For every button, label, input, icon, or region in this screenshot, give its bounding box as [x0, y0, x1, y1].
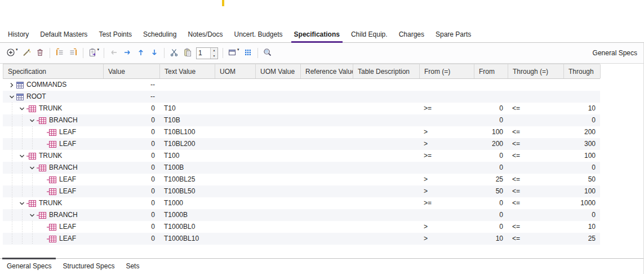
cell-uom-value[interactable] — [255, 150, 300, 162]
cell-value[interactable]: 0 — [103, 150, 159, 162]
cell-text-value[interactable]: T100BL50 — [159, 185, 215, 197]
cell-table-description[interactable] — [353, 91, 419, 103]
cell-from[interactable] — [419, 209, 474, 221]
cell-from[interactable]: 25 — [474, 174, 508, 185]
tab-specifications[interactable]: Specifications — [288, 28, 345, 42]
cell-through[interactable] — [508, 114, 563, 126]
cell-table-description[interactable] — [353, 162, 419, 174]
cell-through[interactable]: <= — [508, 138, 563, 150]
tab-scheduling[interactable]: Scheduling — [137, 28, 182, 42]
cell-reference-value[interactable] — [300, 197, 353, 209]
table-row[interactable]: TRUNK0T10>=0<=10 — [3, 103, 600, 114]
paste-special-button[interactable]: ▾ — [87, 46, 101, 60]
cell-specification[interactable]: LEAF — [3, 138, 103, 150]
cell-value[interactable]: 0 — [103, 197, 159, 209]
cell-through[interactable]: <= — [508, 126, 563, 138]
cell-value[interactable]: 0 — [103, 221, 159, 233]
tab-history[interactable]: History — [2, 28, 34, 42]
cell-uom[interactable] — [215, 79, 255, 91]
cell-table-description[interactable] — [353, 79, 419, 91]
layout-button[interactable]: ▾ — [226, 46, 241, 60]
cell-table-description[interactable] — [353, 126, 419, 138]
table-row[interactable]: LEAF0T10BL200>200<=300 — [3, 138, 600, 150]
cell-through[interactable]: 0 — [563, 209, 600, 221]
table-row[interactable]: LEAF0T100BL50>50<=100 — [3, 185, 600, 197]
table-row[interactable]: BRANCH0T10B00 — [3, 114, 600, 126]
column-header-uom-value[interactable]: UOM Value — [256, 64, 301, 78]
demote-button[interactable] — [54, 46, 66, 60]
collapse-icon[interactable] — [28, 163, 37, 173]
cell-specification[interactable]: COMMANDS — [3, 79, 103, 91]
cell-from[interactable]: 100 — [474, 126, 508, 138]
move-up-button[interactable] — [135, 46, 147, 60]
cell-uom-value[interactable] — [255, 162, 300, 174]
cell-through[interactable]: 25 — [563, 233, 600, 245]
grid-view-button[interactable] — [242, 46, 254, 60]
cell-uom-value[interactable] — [255, 114, 300, 126]
cell-through[interactable] — [508, 91, 563, 103]
cell-value[interactable]: 0 — [103, 138, 159, 150]
move-down-button[interactable] — [148, 46, 161, 60]
cell-uom[interactable] — [215, 209, 255, 221]
cell-reference-value[interactable] — [300, 174, 353, 185]
cell-through[interactable]: <= — [508, 103, 563, 114]
cell-specification[interactable]: LEAF — [3, 174, 103, 185]
column-header-through[interactable]: Through (=) — [508, 64, 564, 78]
column-header-from[interactable]: From (=) — [420, 64, 474, 78]
cell-specification[interactable]: BRANCH — [3, 209, 103, 221]
cell-from[interactable] — [419, 79, 474, 91]
bottom-tab-sets[interactable]: Sets — [120, 259, 145, 274]
cell-specification[interactable]: BRANCH — [3, 114, 103, 126]
add-button[interactable]: ▾ — [5, 46, 19, 60]
cell-specification[interactable]: TRUNK — [3, 197, 103, 209]
cell-reference-value[interactable] — [300, 162, 353, 174]
cell-through[interactable]: <= — [508, 233, 563, 245]
column-header-through[interactable]: Through — [564, 64, 601, 78]
cell-from[interactable]: 0 — [474, 103, 508, 114]
cell-reference-value[interactable] — [300, 150, 353, 162]
cell-specification[interactable]: LEAF — [3, 221, 103, 233]
tab-default-masters[interactable]: Default Masters — [34, 28, 93, 42]
cell-specification[interactable]: ROOT — [3, 91, 103, 103]
cell-table-description[interactable] — [353, 197, 419, 209]
cell-through[interactable]: 100 — [563, 185, 600, 197]
cell-text-value[interactable] — [159, 91, 215, 103]
paste-button[interactable] — [181, 46, 194, 60]
tab-uncert-budgets[interactable]: Uncert. Budgets — [229, 28, 288, 42]
cell-uom[interactable] — [215, 233, 255, 245]
cell-through[interactable]: <= — [508, 185, 563, 197]
cell-from[interactable]: 10 — [474, 233, 508, 245]
cell-text-value[interactable]: T100B — [159, 162, 215, 174]
cell-table-description[interactable] — [353, 114, 419, 126]
cell-uom[interactable] — [215, 103, 255, 114]
cell-table-description[interactable] — [353, 150, 419, 162]
cell-from[interactable]: > — [419, 126, 474, 138]
cell-through[interactable]: 0 — [563, 162, 600, 174]
table-row[interactable]: TRUNK0T100>=0<=100 — [3, 150, 600, 162]
table-row[interactable]: COMMANDS-- — [3, 79, 600, 91]
cell-uom[interactable] — [215, 197, 255, 209]
cell-text-value[interactable]: T1000 — [159, 197, 215, 209]
delete-button[interactable] — [34, 46, 46, 60]
cut-button[interactable] — [168, 46, 180, 60]
cell-through[interactable]: <= — [508, 174, 563, 185]
cell-table-description[interactable] — [353, 138, 419, 150]
cell-text-value[interactable]: T1000BL10 — [159, 233, 215, 245]
cell-specification[interactable]: TRUNK — [3, 150, 103, 162]
row-count-input[interactable] — [197, 48, 210, 59]
cell-from[interactable]: >= — [419, 197, 474, 209]
cell-uom[interactable] — [215, 162, 255, 174]
cell-reference-value[interactable] — [300, 209, 353, 221]
table-row[interactable]: LEAF0T1000BL0>0<=10 — [3, 221, 600, 233]
cell-through[interactable] — [508, 209, 563, 221]
cell-uom-value[interactable] — [255, 174, 300, 185]
cell-reference-value[interactable] — [300, 126, 353, 138]
cell-from[interactable]: > — [419, 138, 474, 150]
cell-value[interactable]: 0 — [103, 174, 159, 185]
move-left-button[interactable] — [108, 46, 120, 60]
cell-uom-value[interactable] — [255, 103, 300, 114]
collapse-icon[interactable] — [7, 92, 16, 101]
cell-uom[interactable] — [215, 185, 255, 197]
move-right-button[interactable] — [121, 46, 134, 60]
cell-reference-value[interactable] — [300, 221, 353, 233]
